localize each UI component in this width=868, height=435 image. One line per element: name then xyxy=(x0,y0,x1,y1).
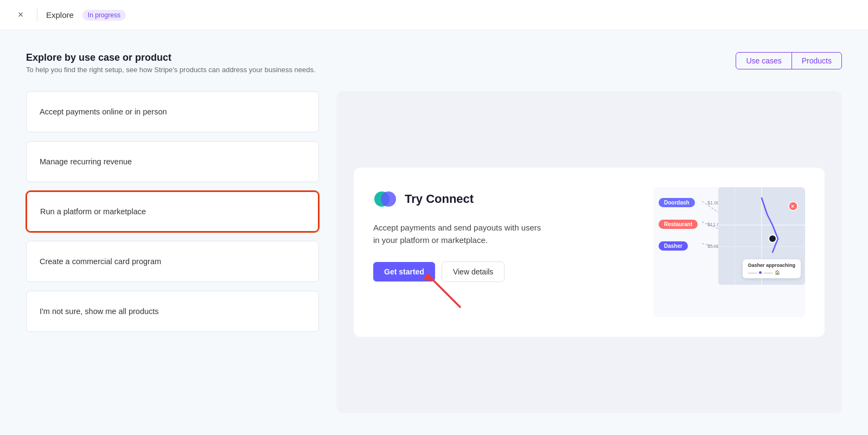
tab-products[interactable]: Products xyxy=(792,53,841,69)
header-row: Explore by use case or product To help y… xyxy=(26,52,842,74)
divider xyxy=(37,9,37,22)
two-col-layout: Accept payments online or in person Mana… xyxy=(26,91,842,413)
page-subtitle: To help you find the right setup, see ho… xyxy=(26,66,316,74)
svg-point-12 xyxy=(769,235,776,242)
connect-card: Try Connect Accept payments and send pay… xyxy=(354,168,825,337)
diagram-container: Doordash Restaurant Dasher $1.00 $11.00 … xyxy=(653,187,805,317)
top-bar: × Explore In progress xyxy=(0,0,868,30)
header-left: Explore by use case or product To help y… xyxy=(26,52,316,74)
main-content: Explore by use case or product To help y… xyxy=(0,30,868,435)
connect-title: Try Connect xyxy=(405,192,474,206)
status-badge: In progress xyxy=(82,10,126,21)
arrow-annotation xyxy=(417,269,482,315)
use-case-list: Accept payments online or in person Mana… xyxy=(26,91,319,413)
page-title: Explore by use case or product xyxy=(26,52,316,63)
explore-label: Explore xyxy=(46,10,74,20)
connect-diagram: Doordash Restaurant Dasher $1.00 $11.00 … xyxy=(653,187,805,317)
tab-switcher: Use cases Products xyxy=(736,52,842,69)
svg-text:×: × xyxy=(791,203,794,209)
use-case-card[interactable]: Create a commercial card program xyxy=(26,241,319,282)
use-case-payments[interactable]: Accept payments online or in person xyxy=(26,91,319,132)
map-approaching-label: Dasher approaching —— —— 🏠 xyxy=(743,259,801,278)
tab-use-cases[interactable]: Use cases xyxy=(736,53,792,69)
use-case-platform[interactable]: Run a platform or marketplace xyxy=(26,191,319,232)
connect-header: Try Connect xyxy=(373,187,631,211)
connect-card-left: Try Connect Accept payments and send pay… xyxy=(373,187,631,282)
diagram-map: × Dasher approaching —— —— 🏠 xyxy=(718,187,805,285)
close-button[interactable]: × xyxy=(13,8,28,23)
diagram-node-doordash: Doordash xyxy=(659,198,695,207)
right-panel: Try Connect Accept payments and send pay… xyxy=(336,91,842,413)
use-case-recurring[interactable]: Manage recurring revenue xyxy=(26,141,319,182)
connect-description: Accept payments and send payouts with us… xyxy=(373,222,547,246)
diagram-node-dasher: Dasher xyxy=(659,241,688,251)
connect-actions: Get started View details xyxy=(373,261,631,282)
svg-point-1 xyxy=(381,191,396,207)
use-case-all[interactable]: I'm not sure, show me all products xyxy=(26,291,319,332)
diagram-node-restaurant: Restaurant xyxy=(659,220,698,229)
connect-logo xyxy=(373,187,397,211)
svg-line-2 xyxy=(427,274,460,307)
